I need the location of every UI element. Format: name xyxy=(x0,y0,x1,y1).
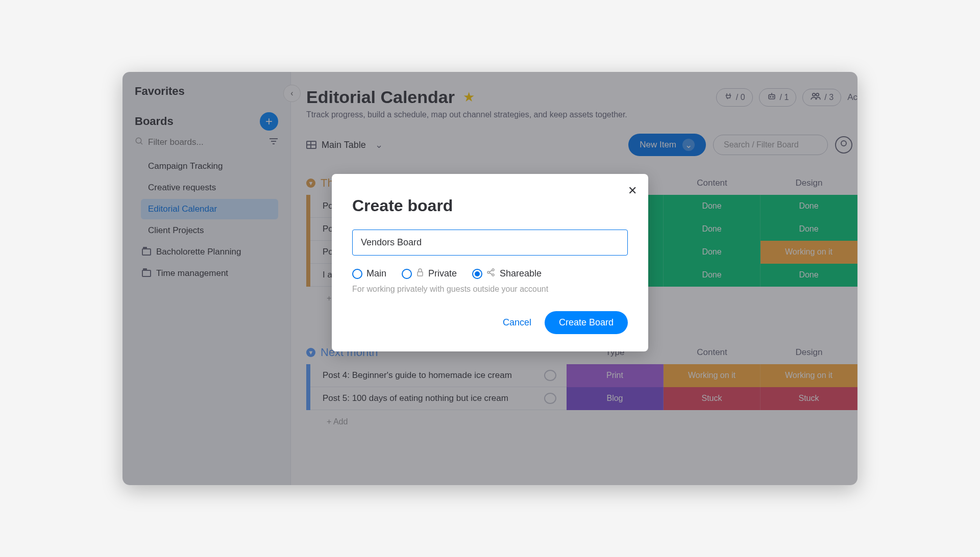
board-type-option[interactable]: Main xyxy=(352,268,386,279)
lock-icon xyxy=(416,268,424,280)
svg-point-12 xyxy=(487,271,489,273)
modal-overlay[interactable]: ✕ Create board MainPrivateShareable For … xyxy=(122,72,857,485)
svg-rect-11 xyxy=(418,272,423,276)
modal-title: Create board xyxy=(352,196,628,215)
svg-point-13 xyxy=(492,269,494,271)
close-button[interactable]: ✕ xyxy=(628,184,637,197)
radio-icon xyxy=(402,269,412,279)
option-label: Shareable xyxy=(500,268,542,279)
board-type-option[interactable]: Shareable xyxy=(472,268,542,280)
svg-point-14 xyxy=(492,274,494,276)
modal-help-text: For working privately with guests outsid… xyxy=(352,285,628,294)
svg-line-15 xyxy=(489,270,492,272)
share-icon xyxy=(486,268,496,280)
board-type-option[interactable]: Private xyxy=(402,268,457,280)
board-name-input[interactable] xyxy=(352,230,628,256)
option-label: Main xyxy=(366,268,386,279)
option-label: Private xyxy=(428,268,457,279)
cancel-button[interactable]: Cancel xyxy=(503,317,531,328)
create-board-button[interactable]: Create Board xyxy=(545,311,628,334)
modal-footer: Cancel Create Board xyxy=(352,311,628,334)
radio-icon xyxy=(472,269,482,279)
board-type-options: MainPrivateShareable xyxy=(352,268,628,280)
svg-line-16 xyxy=(489,273,492,274)
create-board-modal: ✕ Create board MainPrivateShareable For … xyxy=(332,174,648,351)
radio-icon xyxy=(352,269,362,279)
app-window: Favorites Boards + Campaign TrackingCrea… xyxy=(122,72,857,485)
